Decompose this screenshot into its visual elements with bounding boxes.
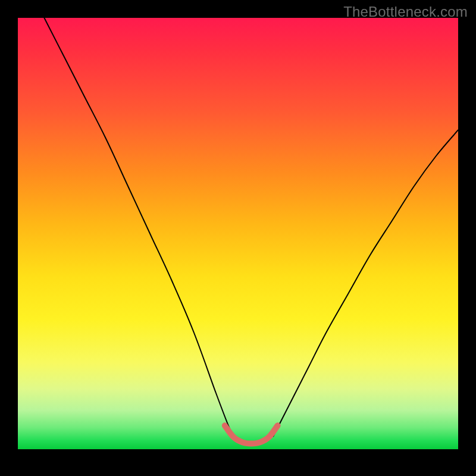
- curve-left-branch: [44, 18, 233, 436]
- watermark-label: TheBottleneck.com: [343, 4, 468, 20]
- chart-frame: TheBottleneck.com: [0, 0, 476, 476]
- plot-area: [18, 18, 458, 449]
- curve-valley-highlight: [225, 425, 278, 443]
- curve-layer: [18, 18, 458, 449]
- curve-right-branch: [273, 130, 458, 437]
